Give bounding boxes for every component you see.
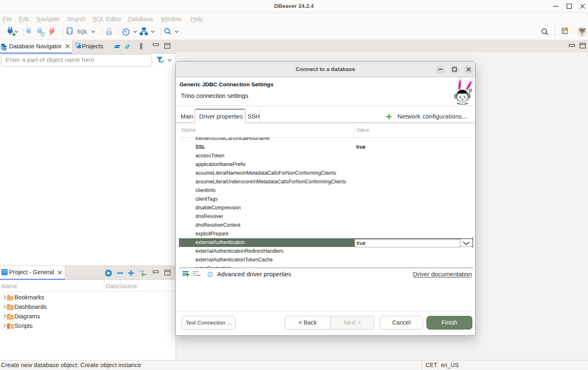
svg-text:s: s <box>10 325 12 329</box>
svg-text:SQL: SQL <box>77 28 88 35</box>
